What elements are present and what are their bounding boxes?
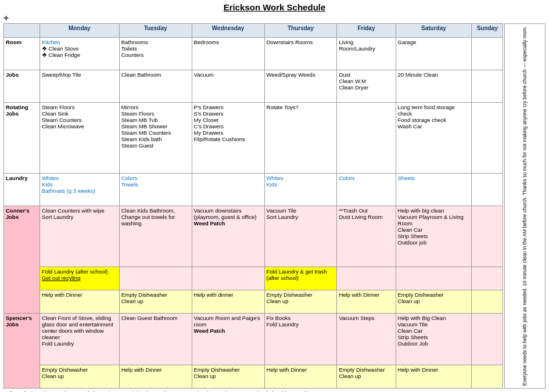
rot-mon-text: Steam FloorsClean SinkSteam CountersClea… (42, 104, 84, 130)
room-wednesday: Bedrooms (192, 37, 264, 70)
spencer-wed-dinner-text: Empty DishwasherClean up (194, 366, 240, 379)
conner-dinner-row: Help with Dinner Empty DishwasherClean u… (4, 290, 503, 314)
conner-fri-yellow (337, 267, 396, 290)
conner-sat-main: Help with big cleanVacuum Playroom & Liv… (396, 206, 472, 267)
conner-mon-dinner-text: Help with Dinner (42, 292, 82, 298)
laundry-wednesday (192, 173, 264, 206)
spencer-fri-dinner-text: Empty DishwasherClean up (339, 366, 385, 379)
room-tue-text: BathroomsToiletsCounters (121, 39, 148, 58)
rotating-label: RotatingJobs (4, 103, 40, 174)
spencer-mon-text: Clean Front of Stove, sliding glass door… (42, 315, 113, 347)
conner-thu-dinner-text: Empty DishwasherClean up (267, 292, 313, 304)
room-tuesday: BathroomsToiletsCounters (119, 37, 192, 70)
spencer-wed-dinner: Empty DishwasherClean up (192, 365, 264, 389)
spencer-thu-dinner: Help with Dinner (264, 365, 337, 389)
room-mon-2: ❖ Clean Fridge (42, 52, 80, 58)
spencer-sat-dinner-text: Help with Dinner (398, 366, 439, 373)
conner-wed-yellow (192, 267, 264, 290)
rot-sat-text: Long term food storage checkFood storage… (398, 104, 455, 130)
conner-tue-yellow (119, 267, 192, 290)
jobs-saturday: 20 Minute Clean (396, 70, 472, 103)
conner-sun-main (472, 206, 503, 267)
conner-thu-dinner: Empty DishwasherClean up (264, 290, 337, 314)
laundry-sat-text: Sheets (398, 175, 415, 181)
header-thursday: Thursday (264, 24, 337, 38)
spencer-tue-main: Clean Guest Bathroom (119, 314, 192, 365)
spencer-tue-text: Clean Guest Bathroom (121, 315, 178, 321)
room-friday: LivingRoom/Laundry (337, 37, 396, 70)
spencer-tue-dinner-text: Help with Dinner (121, 366, 162, 373)
conner-sun-yellow (472, 267, 503, 290)
page-wrapper: Erickson Work Schedule ✚ Monday Tuesday … (0, 0, 549, 392)
laundry-saturday: Sheets (396, 173, 472, 206)
spencer-wed-text: Vacuum Room and Paige's roomWeed Patch (194, 315, 260, 334)
spencer-sun-main (472, 314, 503, 365)
conner-fri-main: **Trash OutDust Living Room (337, 206, 396, 267)
conner-fri-dinner-text: Help with Dinner (339, 292, 379, 298)
spencer-thu-text: Fix BooksFold Laundry (267, 315, 299, 328)
room-mon-text: Kitchen (42, 39, 60, 45)
spencer-fri-main: Vacuum Steps (337, 314, 396, 365)
jobs-monday: Sweep/Mop Tile (40, 70, 119, 103)
conner-thu-main: Vacuum TileSort Laundry (264, 206, 337, 267)
header-monday: Monday (40, 24, 119, 38)
conner-sat-yellow (396, 267, 472, 290)
main-layout: Monday Tuesday Wednesday Thursday Friday… (3, 23, 546, 389)
room-thu-text: Downstairs Rooms (267, 39, 313, 45)
spencer-sun-dinner (472, 365, 503, 389)
conner-mon-text: Clean Counters with wipeSort Laundry (42, 207, 105, 220)
room-thursday: Downstairs Rooms (264, 37, 337, 70)
header-blank (4, 24, 40, 38)
spencer-thu-dinner-text: Help with Dinner (267, 366, 307, 373)
conner-sun-dinner (472, 290, 503, 314)
conner-tue-dinner: Empty DishwasherClean up (119, 290, 192, 314)
spencer-mon-dinner-text: Empty DishwasherClean up (42, 366, 88, 379)
rot-thu-text: Rotate Toys? (267, 104, 299, 110)
header-row: Monday Tuesday Wednesday Thursday Friday… (4, 24, 503, 38)
rot-tue-text: MirrorsSteam FloorsSteam MB TubSteam MB … (121, 104, 171, 149)
laundry-friday: Colors (337, 173, 396, 206)
jobs-label: Jobs (4, 70, 40, 103)
conner-wed-main: Vacuum downstairs (playroom, guest & off… (192, 206, 264, 267)
header-wednesday: Wednesday (192, 24, 264, 38)
laundry-thursday: WhitesKids (264, 173, 337, 206)
rotating-wednesday: P's DrawersS's DrawersMy ClosetC's Drawe… (192, 103, 264, 174)
conner-main-row: Conner'sJobs Clean Counters with wipeSor… (4, 206, 503, 267)
laundry-sunday (472, 173, 503, 206)
jobs-wednesday: Vacuum (192, 70, 264, 103)
rotating-tuesday: MirrorsSteam FloorsSteam MB TubSteam MB … (119, 103, 192, 174)
room-wed-text: Bedrooms (194, 39, 219, 45)
rotating-monday: Steam FloorsClean SinkSteam CountersClea… (40, 103, 119, 174)
conner-label: Conner'sJobs (4, 206, 40, 314)
room-row: Room Kitchen ❖ Clean Stove ❖ Clean Fridg… (4, 37, 503, 70)
spencer-thu-main: Fix BooksFold Laundry (264, 314, 337, 365)
conner-thu-text: Vacuum TileSort Laundry (267, 207, 298, 220)
room-mon-1: ❖ Clean Stove (42, 45, 78, 52)
side-note-text: Everyone needs to help with jobs as need… (522, 26, 528, 386)
spencer-sat-main: Help with Big CleanVacuum TileClean CarS… (396, 314, 472, 365)
conner-wed-text: Vacuum downstairs (playroom, guest & off… (194, 207, 257, 226)
laundry-monday: WhitesKidsBathmats (q 3 weeks) (40, 173, 119, 206)
header-tuesday: Tuesday (119, 24, 192, 38)
add-button[interactable]: ✚ (3, 15, 9, 22)
spencer-wed-main: Vacuum Room and Paige's roomWeed Patch (192, 314, 264, 365)
spencer-label: Spencer'sJobs (4, 314, 40, 389)
conner-sat-dinner-text: Empty DishwasherClean up (398, 292, 444, 304)
jobs-row: Jobs Sweep/Mop Tile Clean Bathroom Vacuu… (4, 70, 503, 103)
rotating-sunday (472, 103, 503, 174)
side-note: Everyone needs to help with jobs as need… (504, 23, 546, 389)
conner-thu-yellow-text: Fold Laundry & get trash (after school) (267, 268, 327, 281)
room-saturday: Garage (396, 37, 472, 70)
conner-mon-main: Clean Counters with wipeSort Laundry (40, 206, 119, 267)
conner-wed-dinner: Help with dinner (192, 290, 264, 314)
spencer-main-row: Spencer'sJobs Clean Front of Stove, slid… (4, 314, 503, 365)
rotating-friday (337, 103, 396, 174)
conner-wed-dinner-text: Help with dinner (194, 292, 234, 298)
jobs-sunday (472, 70, 503, 103)
spencer-fri-text: Vacuum Steps (339, 315, 374, 321)
spencer-mon-main: Clean Front of Stove, sliding glass door… (40, 314, 119, 365)
page-title: Erickson Work Schedule (3, 2, 546, 12)
jobs-friday: DustClean W.MClean Dryer (337, 70, 396, 103)
header-sunday: Sunday (472, 24, 503, 38)
rotating-saturday: Long term food storage checkFood storage… (396, 103, 472, 174)
